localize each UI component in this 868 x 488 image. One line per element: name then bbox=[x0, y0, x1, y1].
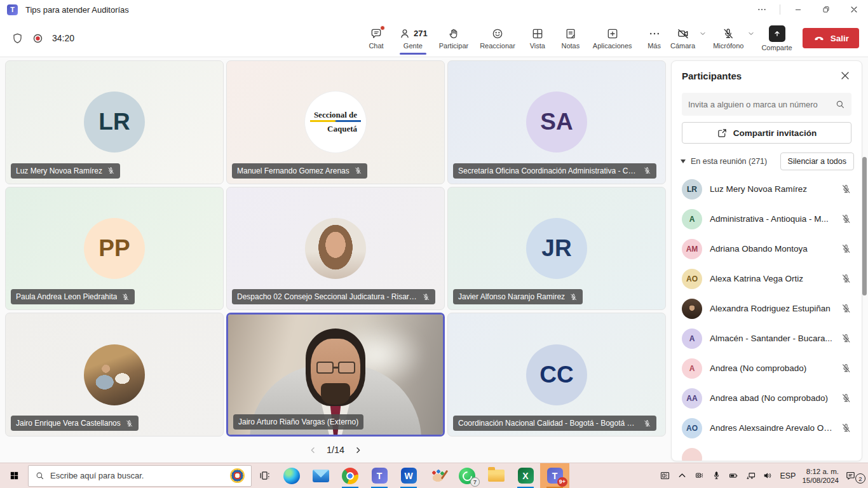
toolbar-tab-participar[interactable]: Participar bbox=[433, 19, 474, 57]
mic-off-icon bbox=[722, 27, 735, 40]
start-button[interactable] bbox=[0, 463, 28, 488]
taskbar-app-paint[interactable] bbox=[423, 463, 452, 488]
toolbar-tab-mas[interactable]: Más bbox=[638, 19, 671, 57]
taskbar-app-whatsapp[interactable]: 7 bbox=[452, 463, 482, 488]
participant-name: Almacén - Santander - Bucara... bbox=[710, 334, 833, 343]
participant-row[interactable]: A Administrativa - Antioquia - M... bbox=[672, 204, 862, 234]
volume-icon[interactable] bbox=[763, 470, 773, 481]
participant-name: Andres Alexsaindre Arevalo Os... bbox=[710, 423, 833, 433]
battery-icon[interactable] bbox=[728, 470, 739, 481]
participant-name: Jairo Arturo Riaño Vargas (Externo) bbox=[238, 417, 358, 426]
page-next-icon[interactable] bbox=[353, 445, 363, 455]
avatar: AA bbox=[682, 388, 702, 409]
taskbar-app-word[interactable]: W bbox=[394, 463, 423, 488]
participant-name: Manuel Fernando Gomez Arenas bbox=[237, 166, 349, 175]
toolbar-tab-chat[interactable]: Chat bbox=[360, 19, 393, 57]
leave-button[interactable]: Salir bbox=[803, 28, 859, 48]
participant-name: Despacho 02 Consejo Seccional Judicatura… bbox=[237, 292, 417, 301]
taskbar-app-mail[interactable] bbox=[306, 463, 336, 488]
toolbar-tab-aplicaciones[interactable]: Aplicaciones bbox=[587, 19, 638, 57]
share-invitation-icon bbox=[717, 128, 728, 139]
language-indicator[interactable]: ESP bbox=[780, 471, 796, 480]
avatar: AO bbox=[682, 418, 702, 438]
mic-off-icon bbox=[841, 363, 851, 374]
video-tile[interactable]: Seccional de Caquetá Manuel Fernando Gom… bbox=[226, 60, 445, 184]
participant-row[interactable]: AM Adriana Obando Montoya bbox=[672, 234, 862, 264]
taskbar-search[interactable] bbox=[28, 465, 252, 487]
tile-name-label: Despacho 02 Consejo Seccional Judicatura… bbox=[232, 289, 435, 304]
tab-label: Vista bbox=[530, 42, 545, 50]
taskbar-app-teams[interactable]: T bbox=[365, 463, 394, 488]
tray-expand-icon[interactable] bbox=[677, 470, 688, 481]
video-tile[interactable]: Despacho 02 Consejo Seccional Judicatura… bbox=[226, 187, 445, 311]
toolbar-tab-notas[interactable]: Notas bbox=[554, 19, 587, 57]
section-caret-icon[interactable] bbox=[681, 159, 686, 163]
toolbar-tab-vista[interactable]: Vista bbox=[521, 19, 554, 57]
participant-row[interactable]: AO Andres Alexsaindre Arevalo Os... bbox=[672, 413, 862, 443]
tab-label: Más bbox=[648, 42, 661, 50]
notification-center-button[interactable]: 2 bbox=[845, 470, 864, 481]
window-more-icon[interactable] bbox=[748, 0, 776, 19]
video-tile[interactable]: CC Coordinación Nacional Calidad - Bogot… bbox=[447, 313, 666, 437]
participant-row[interactable]: A Almacén - Santander - Bucara... bbox=[672, 323, 862, 353]
avatar bbox=[682, 299, 702, 319]
mute-all-button[interactable]: Silenciar a todos bbox=[780, 152, 854, 170]
video-tile[interactable]: Jairo Arturo Riaño Vargas (Externo) bbox=[226, 313, 445, 437]
page-indicator: 1/14 bbox=[327, 445, 344, 455]
share-invitation-button[interactable]: Compartir invitación bbox=[682, 122, 851, 144]
clock[interactable]: 8:12 a. m. 15/08/2024 bbox=[802, 467, 839, 485]
video-tile[interactable]: JR Javier Alfonso Naranjo Ramirez bbox=[447, 187, 666, 311]
video-tile[interactable]: Jairo Enrique Vera Castellanos bbox=[5, 313, 224, 437]
toolbar-tab-reaccionar[interactable]: Reaccionar bbox=[474, 19, 521, 57]
taskbar-app-edge[interactable] bbox=[277, 463, 306, 488]
network-icon[interactable] bbox=[745, 470, 756, 481]
invite-search-input[interactable] bbox=[688, 100, 835, 109]
tray-mic-icon[interactable] bbox=[711, 470, 722, 481]
participant-row[interactable]: AA Andrea abad (No comprobado) bbox=[672, 383, 862, 413]
participant-row[interactable]: A Andrea (No comprobado) bbox=[672, 353, 862, 383]
taskbar-app-chrome[interactable] bbox=[336, 463, 365, 488]
participant-name: Paula Andrea Leon Piedrahita bbox=[16, 292, 117, 301]
task-view-button[interactable] bbox=[252, 463, 277, 488]
participant-name: Jairo Enrique Vera Castellanos bbox=[16, 419, 121, 428]
mic-off-icon bbox=[841, 423, 851, 433]
close-button[interactable] bbox=[840, 0, 868, 19]
avatar: PP bbox=[84, 218, 145, 279]
taskbar-app-teams-active[interactable]: T 9+ bbox=[540, 463, 569, 488]
microphone-chevron-icon[interactable] bbox=[747, 30, 755, 37]
video-tile[interactable]: PP Paula Andrea Leon Piedrahita bbox=[5, 187, 224, 311]
mic-off-icon bbox=[841, 333, 851, 344]
windows-logo-icon bbox=[9, 470, 20, 481]
taskbar-app-explorer[interactable] bbox=[482, 463, 511, 488]
participant-name: Secretaría Oficina Coordinación Administ… bbox=[458, 166, 639, 175]
camera-chevron-icon[interactable] bbox=[699, 30, 707, 37]
tab-badge: 271 bbox=[414, 29, 428, 38]
restore-button[interactable] bbox=[812, 0, 840, 19]
participant-row[interactable]: AO Alexa Katrina Vega Ortiz bbox=[672, 264, 862, 294]
taskbar-search-input[interactable] bbox=[50, 471, 224, 480]
panel-close-icon[interactable] bbox=[839, 69, 851, 82]
minimize-button[interactable] bbox=[784, 0, 812, 19]
mic-off-icon bbox=[569, 293, 578, 301]
widgets-icon[interactable] bbox=[660, 470, 670, 481]
page-prev-icon[interactable] bbox=[308, 445, 318, 455]
invite-search[interactable] bbox=[682, 93, 851, 116]
app-badge: 9+ bbox=[557, 477, 567, 487]
profile-photo bbox=[84, 344, 145, 405]
participant-row[interactable] bbox=[672, 443, 862, 461]
participant-row[interactable]: LR Luz Mery Novoa Ramírez bbox=[672, 174, 862, 204]
taskbar-app-excel[interactable]: X bbox=[511, 463, 540, 488]
tray-camera-icon[interactable] bbox=[694, 470, 705, 481]
microphone-button[interactable]: Micrófono bbox=[713, 27, 743, 50]
video-tile[interactable]: SA Secretaría Oficina Coordinación Admin… bbox=[447, 60, 666, 184]
mic-off-icon bbox=[121, 293, 130, 301]
participant-row[interactable]: Alexandra Rodriguez Estupiñan bbox=[672, 294, 862, 323]
panel-scrollbar[interactable] bbox=[862, 157, 867, 295]
share-button[interactable]: Comparte bbox=[761, 25, 792, 51]
search-icon bbox=[835, 99, 845, 109]
camera-button[interactable]: Cámara bbox=[670, 27, 695, 50]
mic-off-icon bbox=[643, 419, 651, 428]
avatar: A bbox=[682, 358, 702, 379]
video-tile[interactable]: LR Luz Mery Novoa Ramírez bbox=[5, 60, 224, 184]
toolbar-tab-gente[interactable]: 271 Gente bbox=[393, 19, 433, 57]
